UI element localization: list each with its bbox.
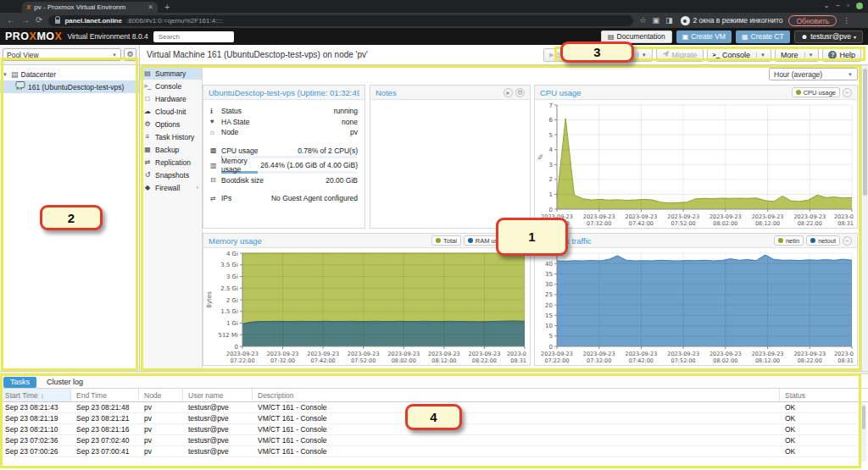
- svg-text:07:22:00: 07:22:00: [544, 357, 569, 364]
- nav-item-replication[interactable]: ⇄Replication: [140, 156, 202, 169]
- svg-text:08:12:00: 08:12:00: [431, 357, 456, 364]
- padlock-icon[interactable]: [55, 19, 60, 24]
- back-icon[interactable]: ←: [7, 16, 15, 25]
- reload-icon[interactable]: ⟳: [36, 16, 42, 25]
- window-minimize-icon[interactable]: −: [836, 2, 840, 9]
- notes-settings-icon[interactable]: ⚙: [515, 88, 525, 97]
- update-browser-button[interactable]: Обновить: [788, 15, 837, 26]
- nav-item-snapshots[interactable]: ↺Snapshots: [140, 169, 202, 181]
- svg-text:2023-09-23: 2023-09-23: [348, 351, 380, 357]
- svg-text:2023-09-23: 2023-09-23: [387, 351, 420, 357]
- environment-version: Virtual Environment 8.0.4: [67, 32, 147, 41]
- task-row[interactable]: Sep 23 07:02:36Sep 23 07:02:40pvtestusr@…: [0, 435, 868, 446]
- status-label: Node: [221, 128, 238, 136]
- extensions-icon[interactable]: ▣: [652, 16, 659, 25]
- address-bar[interactable]: panel.lanet.online :8006/#v1:0:=qemu%2F1…: [48, 15, 633, 26]
- console-button[interactable]: >_ Console ▼: [707, 48, 771, 62]
- monitor-icon: ▣: [682, 33, 689, 41]
- svg-text:2023-09-23: 2023-09-23: [709, 213, 742, 220]
- browser-menu-icon[interactable]: ⋮: [843, 16, 850, 25]
- nav-item-backup[interactable]: ▦Backup: [140, 143, 202, 156]
- column-user-name[interactable]: User name: [183, 389, 253, 401]
- legend-item[interactable]: CPU usage: [792, 87, 840, 97]
- status-rows: ℹStatusrunning♥HA Statenone⌂Nodepv▩CPU u…: [203, 100, 364, 204]
- task-status: OK: [780, 403, 868, 412]
- svg-text:2023-0: 2023-0: [834, 213, 854, 220]
- svg-text:07:42:00: 07:42:00: [629, 357, 654, 364]
- nav-item-task-history[interactable]: ≡Task History: [140, 130, 202, 143]
- svg-text:08:22:00: 08:22:00: [472, 357, 497, 364]
- legend-item[interactable]: Total: [431, 235, 461, 246]
- notes-expand-icon[interactable]: ▸: [504, 88, 513, 97]
- expander-icon[interactable]: ▼: [3, 72, 8, 77]
- svg-text:6: 6: [549, 117, 554, 124]
- column-description[interactable]: Description: [253, 389, 780, 401]
- incognito-label: 2 окна в режиме инкогнито: [693, 16, 783, 25]
- nav-item-label: Firewall: [155, 184, 180, 192]
- chevron-down-icon: ▼: [804, 53, 814, 58]
- tree-item-vm-161[interactable]: 161 (UbuntuDesctop-test-vps): [0, 80, 139, 93]
- proxmox-header: PROXMOX Virtual Environment 8.0.4 ▤ Docu…: [0, 28, 868, 45]
- view-settings-button[interactable]: ⚙: [124, 48, 136, 61]
- task-description: VM/CT 161 - Console: [253, 403, 780, 412]
- bookmark-star-icon[interactable]: ☆: [639, 16, 646, 25]
- window-maximize-icon[interactable]: ▫: [847, 2, 849, 9]
- view-mode-select[interactable]: Pool View ▼: [3, 48, 121, 61]
- legend-item[interactable]: netin: [774, 235, 804, 246]
- task-row[interactable]: Sep 23 07:00:26Sep 23 07:00:41pvtestusr@…: [0, 446, 868, 457]
- tasks-scrollbar[interactable]: [861, 404, 866, 462]
- side-panel-icon[interactable]: ◨: [665, 16, 673, 25]
- svg-text:0: 0: [235, 344, 238, 351]
- nav-item-options[interactable]: ⚙Options: [140, 118, 202, 130]
- chevron-down-icon[interactable]: ▼: [756, 53, 765, 58]
- network-traffic-chart: 2023-09-2307:22:002023-09-2307:32:002023…: [535, 249, 857, 365]
- nav-item-label: Hardware: [155, 95, 186, 103]
- tree-item-datacenter[interactable]: ▼ ▤ Datacenter: [0, 68, 139, 80]
- create-vm-button[interactable]: ▣ Create VM: [676, 30, 732, 43]
- svg-text:%: %: [537, 154, 544, 160]
- collapse-panel-icon[interactable]: −: [843, 236, 852, 246]
- svg-text:2: 2: [549, 176, 553, 183]
- nav-item-summary[interactable]: ▤Summary: [140, 67, 202, 80]
- column-node[interactable]: Node: [139, 389, 183, 401]
- content-scrollbar[interactable]: [861, 65, 868, 371]
- column-status[interactable]: Status: [780, 389, 868, 401]
- chevron-down-icon[interactable]: ▼: [637, 53, 647, 58]
- collapse-panel-icon[interactable]: −: [843, 88, 852, 97]
- nav-item-cloud-init[interactable]: ☁Cloud-Init: [140, 105, 202, 118]
- tab-cluster-log[interactable]: Cluster log: [40, 377, 90, 388]
- column-start-time[interactable]: Start Time ↓: [0, 389, 71, 401]
- svg-text:10: 10: [545, 323, 553, 329]
- browser-tab[interactable]: X pv - Proxmox Virtual Environm ✕: [22, 2, 158, 13]
- nav-item-hardware[interactable]: □Hardware: [140, 92, 202, 105]
- window-menu-icon[interactable]: ⌄: [824, 2, 830, 9]
- svg-text:4: 4: [549, 147, 554, 153]
- notes-panel: Notes ▸ ⚙: [370, 85, 531, 229]
- svg-text:2023-09-23: 2023-09-23: [583, 213, 615, 220]
- window-close-icon[interactable]: [856, 3, 863, 9]
- more-button[interactable]: More ▼: [775, 48, 819, 62]
- legend-item[interactable]: netout: [806, 235, 840, 246]
- svg-text:2023-09-23: 2023-09-23: [793, 351, 826, 357]
- tab-close-icon[interactable]: ✕: [147, 3, 153, 11]
- nav-item-firewall[interactable]: ◆Firewall›: [140, 181, 202, 194]
- task-start-time: Sep 23 07:00:26: [0, 447, 71, 456]
- create-ct-button[interactable]: ▦ Create CT: [736, 30, 790, 43]
- nav-item-label: Console: [155, 82, 181, 91]
- migrate-button[interactable]: Migrate: [656, 48, 704, 62]
- tab-tasks[interactable]: Tasks: [3, 377, 36, 388]
- user-menu-button[interactable]: ☻ testusr@pve ▾: [794, 30, 863, 43]
- forward-icon[interactable]: →: [21, 16, 30, 25]
- legend-label: netin: [786, 237, 799, 245]
- column-end-time[interactable]: End Time: [71, 389, 139, 401]
- period-select[interactable]: Hour (average) ▼: [769, 68, 858, 80]
- task-end-time: Sep 23 08:21:21: [71, 414, 139, 423]
- status-label: Status: [221, 107, 242, 115]
- svg-text:07:42:00: 07:42:00: [311, 357, 336, 364]
- nav-item-console[interactable]: >_Console: [140, 80, 202, 92]
- search-input[interactable]: [153, 31, 234, 42]
- svg-text:0: 0: [549, 344, 553, 351]
- help-button[interactable]: ? Help: [822, 48, 861, 62]
- expand-arrow-icon[interactable]: ›: [196, 184, 198, 191]
- new-tab-button[interactable]: +: [164, 2, 170, 13]
